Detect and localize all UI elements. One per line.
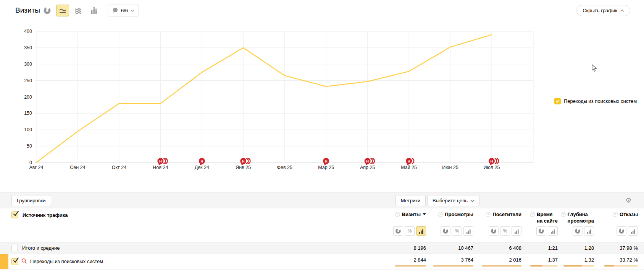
x-tick-label: Окт 24 bbox=[112, 165, 126, 170]
pie-toggle-button[interactable] bbox=[393, 226, 403, 236]
toggle-group: % bbox=[365, 226, 426, 236]
table-row-totals: Итого и средние 8 19610 4676 4081:211,28… bbox=[0, 242, 644, 254]
x-tick-label: Янв 25 bbox=[236, 165, 251, 170]
bar-toggle-button[interactable] bbox=[463, 226, 473, 236]
value-cell: 8 196 bbox=[365, 245, 426, 251]
pie-toggle-button[interactable] bbox=[536, 226, 546, 236]
svg-text:Н: Н bbox=[366, 159, 369, 163]
pie-toggle-button[interactable] bbox=[489, 226, 499, 236]
y-tick-label: 150 bbox=[24, 111, 32, 116]
series-line bbox=[36, 35, 492, 163]
metrics-button[interactable]: Метрики bbox=[395, 195, 426, 206]
visits-line-chart: 050100150200250300350400Авг 24Сен 24Окт … bbox=[0, 21, 542, 174]
help-icon[interactable]: ? bbox=[613, 212, 618, 217]
value-share-bar bbox=[563, 265, 594, 267]
column-header-5[interactable]: ?Глубинапросмотра bbox=[558, 211, 594, 224]
column-header-6[interactable]: ?Отказы bbox=[594, 211, 638, 224]
metric-value: 1,32 bbox=[584, 257, 594, 263]
bar-toggle-button[interactable] bbox=[584, 226, 594, 236]
percent-toggle-icon: % bbox=[408, 228, 412, 234]
legend-label: Переходы из поисковых систем bbox=[564, 98, 637, 104]
percent-toggle-icon: % bbox=[503, 228, 507, 234]
x-tick-label: Дек 24 bbox=[195, 165, 209, 170]
comment-badge[interactable]: Н bbox=[489, 158, 499, 166]
column-header-4[interactable]: ?Времяна сайте bbox=[521, 211, 558, 224]
svg-text:Н: Н bbox=[200, 159, 203, 163]
value-share-bar bbox=[482, 265, 521, 267]
comments-count: 6/6 bbox=[121, 8, 128, 13]
value-cell: 1,32 bbox=[558, 257, 594, 267]
mouse-cursor bbox=[592, 64, 597, 72]
help-icon[interactable]: ? bbox=[561, 212, 566, 217]
metric-value: 33,72 % bbox=[620, 257, 638, 263]
bar-toggle-button[interactable] bbox=[548, 226, 558, 236]
row-checkbox[interactable] bbox=[11, 258, 18, 265]
x-tick-label: Май 25 bbox=[401, 165, 417, 170]
x-tick-label: Июл 25 bbox=[484, 165, 500, 170]
percent-toggle-button[interactable]: % bbox=[500, 226, 510, 236]
pie-toggle-button[interactable] bbox=[441, 226, 450, 236]
toggle-cell-5 bbox=[558, 226, 594, 236]
metric-value: 1:37 bbox=[548, 257, 558, 263]
line-chart-icon[interactable] bbox=[56, 5, 69, 16]
comment-badge[interactable]: Н bbox=[323, 158, 329, 166]
help-icon[interactable]: ? bbox=[395, 212, 400, 217]
percent-toggle-button[interactable]: % bbox=[405, 226, 415, 236]
pie-toggle-icon bbox=[491, 228, 496, 234]
choose-goal-button[interactable]: Выберите цель bbox=[427, 195, 479, 206]
comment-badge[interactable]: Н bbox=[365, 158, 374, 166]
groupings-button[interactable]: Группировки bbox=[11, 195, 51, 206]
bar-toggle-icon bbox=[514, 229, 519, 234]
help-icon[interactable]: ? bbox=[530, 212, 535, 217]
hide-chart-button[interactable]: Скрыть график bbox=[576, 5, 630, 16]
bar-toggle-button[interactable] bbox=[512, 226, 521, 236]
comment-badge[interactable]: Н bbox=[157, 158, 167, 166]
column-header-label: Посетители bbox=[492, 211, 521, 218]
columns-chart-icon[interactable] bbox=[87, 5, 100, 16]
value-cell: 2 844 bbox=[365, 257, 426, 267]
pie-chart-icon[interactable] bbox=[40, 5, 53, 16]
toggle-cell-3: % bbox=[473, 226, 521, 236]
comment-badge[interactable]: Н bbox=[199, 158, 205, 166]
table-header: Источник трафика ?Визиты?Просмотры?Посет… bbox=[0, 208, 644, 226]
svg-text:Н: Н bbox=[159, 159, 162, 163]
metric-value: 1:21 bbox=[548, 245, 558, 251]
toggle-group bbox=[594, 226, 638, 236]
legend-checkbox[interactable] bbox=[554, 98, 561, 104]
pie-toggle-button[interactable] bbox=[617, 226, 626, 236]
bar-toggle-icon bbox=[587, 229, 592, 234]
sort-desc-icon bbox=[423, 213, 426, 215]
help-icon[interactable]: ? bbox=[438, 212, 443, 217]
bar-toggle-button[interactable] bbox=[628, 226, 638, 236]
comment-badge[interactable]: Н bbox=[240, 158, 250, 166]
bar-toggle-icon bbox=[419, 229, 424, 234]
y-tick-label: 0 bbox=[29, 160, 32, 165]
column-header-1[interactable]: ?Визиты bbox=[365, 211, 426, 224]
dimension-header[interactable]: Источник трафика bbox=[23, 212, 68, 218]
value-cell: 3 764 bbox=[426, 257, 473, 267]
stacked-areas-icon[interactable] bbox=[72, 5, 85, 16]
column-header-3[interactable]: ?Посетители bbox=[473, 211, 521, 224]
help-icon[interactable]: ? bbox=[486, 212, 491, 217]
value-share-bar bbox=[530, 265, 558, 267]
toggle-group bbox=[521, 226, 558, 236]
settings-gear-icon[interactable]: ⚙ bbox=[625, 196, 631, 205]
pie-toggle-icon bbox=[575, 228, 580, 234]
percent-toggle-button[interactable]: % bbox=[452, 226, 462, 236]
pie-toggle-button[interactable] bbox=[573, 226, 583, 236]
bar-toggle-button[interactable] bbox=[416, 226, 426, 236]
search-icon[interactable] bbox=[21, 258, 27, 265]
y-tick-label: 400 bbox=[24, 29, 32, 34]
row-label[interactable]: Переходы из поисковых систем bbox=[30, 259, 103, 264]
column-header-label: Визиты bbox=[402, 211, 421, 218]
comments-filter-button[interactable]: 6/6 bbox=[108, 5, 139, 16]
y-tick-label: 350 bbox=[24, 45, 32, 50]
row-checkbox[interactable] bbox=[11, 245, 18, 251]
column-header-2[interactable]: ?Просмотры bbox=[426, 211, 473, 224]
metric-value: 6 408 bbox=[509, 245, 521, 251]
speech-bubble-icon bbox=[112, 7, 118, 14]
comment-badge[interactable]: Н bbox=[406, 158, 414, 166]
y-tick-label: 300 bbox=[24, 62, 32, 67]
x-tick-label: Июн 25 bbox=[442, 165, 458, 170]
select-all-checkbox[interactable] bbox=[11, 211, 18, 218]
